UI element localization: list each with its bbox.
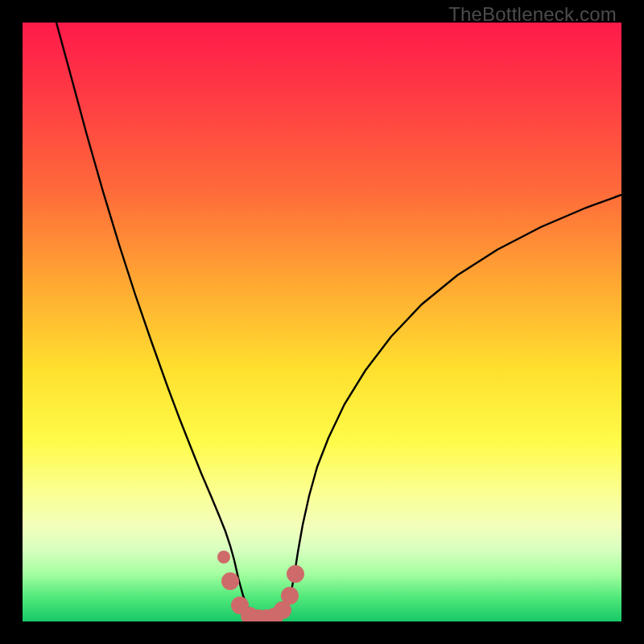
watermark-text: TheBottleneck.com: [448, 3, 617, 26]
chart-gradient-background: [23, 23, 621, 621]
chart-frame: [23, 23, 621, 621]
